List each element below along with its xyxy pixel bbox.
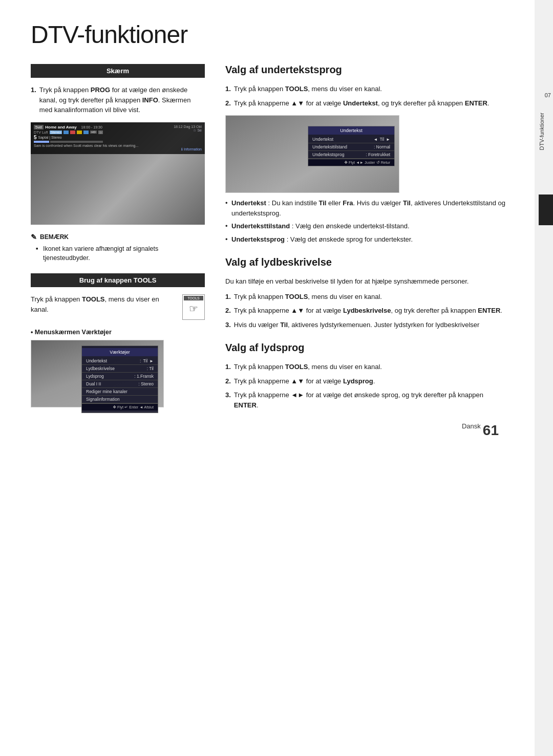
tools-menu-screenshot: Værktøjer Undertekst : Til ► Lydbeskrive… [31, 340, 164, 407]
audio-lang-step1: 1. Tryk på knappen TOOLS, mens du viser … [225, 362, 509, 372]
tools-menu-row-0: Undertekst : Til ► [82, 357, 158, 365]
footer-page-num: 61 [483, 422, 499, 439]
tv-screen-image: 5vet Home and Away 18:00 - 19:30 DTV Luf… [31, 122, 205, 225]
sub-menu-row-0: Undertekst ◄ Til ► [308, 136, 394, 143]
subtitle-menu-overlay: Undertekst Undertekst ◄ Til ► Undertekst… [308, 126, 395, 166]
audio-lang-step3: 3. Tryk på knapperne ◄► for at vælge det… [225, 390, 509, 410]
tools-menu-row-3: Dual I II : Stereo [82, 380, 158, 388]
footer-lang: Dansk [462, 422, 481, 439]
audio-desc-intro: Du kan tilføje en verbal beskrivelse til… [225, 276, 509, 287]
tools-menu-sub-label: • Menuskærmen Værktøjer [31, 329, 205, 336]
subtitle-step2: 2. Tryk på knapperne ▲▼ for at vælge Und… [225, 98, 509, 109]
subtitle-bullet-2: Underteksttilstand : Vælg den ønskede un… [225, 221, 509, 231]
page-title: DTV-funktioner [31, 20, 509, 49]
subtitle-bullets: Undertekst : Du kan indstille Til eller … [225, 198, 509, 244]
audio-desc-section: Valg af lydbeskrivelse Du kan tilføje en… [225, 256, 509, 330]
audio-desc-step2: 2. Tryk på knapperne ▲▼ for at vælge Lyd… [225, 306, 509, 316]
subtitle-section: Valg af undertekstsprog 1. Tryk på knapp… [225, 64, 509, 244]
tools-section-header: Brug af knappen TOOLS [31, 273, 205, 287]
tools-menu-row-4: Rediger mine kanaler [82, 388, 158, 396]
screen-section-header: Skærm [31, 64, 205, 78]
subtitle-bullet-1: Undertekst : Du kan indstille Til eller … [225, 198, 509, 218]
subtitle-bullet-3: Undertekstsprog : Vælg det ønskede sprog… [225, 234, 509, 245]
audio-desc-step3: 3. Hvis du vælger Til, aktiveres lydstyr… [225, 320, 509, 330]
subtitle-menu-screenshot: Undertekst Undertekst ◄ Til ► Undertekst… [225, 115, 399, 193]
side-tab: 07 DTV-funktioner [535, 0, 553, 756]
tools-menu-row-1: Lydbeskrivelse : Til [82, 365, 158, 373]
tools-menu-row-5: Signalinformation [82, 396, 158, 403]
side-tab-label: DTV-funktioner [539, 113, 553, 150]
tools-text: Tryk på knappen TOOLS, mens du viser en … [31, 294, 175, 314]
tools-menu-row-2: Lydsprog : 1.Fransk [82, 373, 158, 380]
audio-lang-section: Valg af lydsprog 1. Tryk på knappen TOOL… [225, 342, 509, 410]
sub-menu-row-2: Undertekstsprog : Foretrukket [308, 151, 394, 159]
tools-row: Tryk på knappen TOOLS, mens du viser en … [31, 294, 205, 321]
note-icon: ✎ [31, 233, 37, 241]
subtitle-section-title: Valg af undertekstsprog [225, 64, 509, 78]
screen-step1: 1. Tryk på knappen PROG for at vælge den… [31, 85, 205, 115]
tools-menu-overlay: Værktøjer Undertekst : Til ► Lydbeskrive… [81, 345, 158, 413]
side-tab-number: 07 [545, 92, 551, 98]
page-footer: Dansk 61 [31, 422, 509, 449]
audio-desc-step1: 1. Tryk på knappen TOOLS, mens du viser … [225, 292, 509, 302]
tools-button: TOOLS ☞ [182, 294, 205, 320]
audio-desc-title: Valg af lydbeskrivelse [225, 256, 509, 270]
note-header-label: BEMÆRK [40, 233, 69, 241]
audio-lang-step2: 2. Tryk på knapperne ▲▼ for at vælge Lyd… [225, 376, 509, 386]
sub-menu-row-1: Underteksttilstand : Normal [308, 143, 394, 151]
subtitle-step1: 1. Tryk på knappen TOOLS, mens du viser … [225, 84, 509, 94]
audio-lang-title: Valg af lydsprog [225, 342, 509, 356]
note-item: Ikonet kan variere afhængigt af signalet… [36, 244, 205, 264]
side-tab-accent [539, 195, 553, 225]
note-section: ✎ BEMÆRK Ikonet kan variere afhængigt af… [31, 233, 205, 264]
